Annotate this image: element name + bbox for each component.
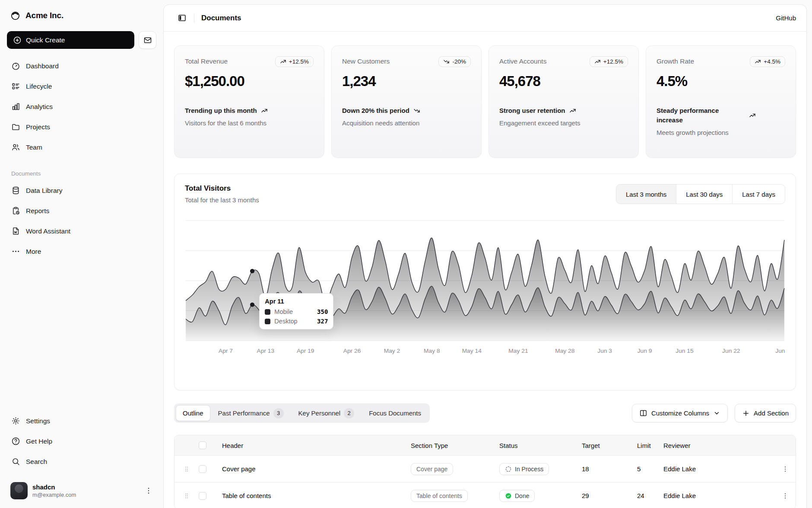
sidebar-item-label: Word Assistant	[26, 227, 70, 235]
section-type-badge: Cover page	[411, 463, 453, 475]
row-reviewer[interactable]: Eddie Lake	[663, 492, 775, 499]
tab-past-performance[interactable]: Past Performance3	[211, 405, 291, 421]
sidebar-item-projects[interactable]: Projects	[7, 117, 156, 137]
trending-up-icon	[261, 107, 268, 114]
stat-foot-text: Trending up this month	[185, 106, 257, 115]
row-header[interactable]: Cover page	[216, 465, 411, 473]
sidebar-item-search[interactable]: Search	[7, 451, 156, 472]
row-checkbox[interactable]	[199, 492, 206, 500]
stat-value: $1,250.00	[185, 73, 314, 89]
svg-text:Apr 19: Apr 19	[297, 348, 314, 354]
user-meta: shadcn m@example.com	[32, 483, 76, 498]
row-menu-button[interactable]	[777, 461, 793, 477]
drag-handle[interactable]	[174, 492, 199, 500]
trending-up-icon	[280, 58, 286, 65]
sidebar-item-reports[interactable]: Reports	[7, 201, 156, 221]
sidebar-item-label: Lifecycle	[26, 83, 52, 90]
row-limit[interactable]: 5	[637, 465, 663, 473]
ellipsis-vertical-icon[interactable]	[144, 486, 153, 495]
table-row: Cover page Cover page In Process 18 5 Ed…	[174, 455, 796, 482]
quick-create-button[interactable]: Quick Create	[7, 31, 134, 49]
sidebar-item-get-help[interactable]: Get Help	[7, 431, 156, 451]
sidebar-item-settings[interactable]: Settings	[7, 411, 156, 431]
row-reviewer[interactable]: Eddie Lake	[663, 465, 775, 473]
avatar	[10, 482, 28, 499]
sidebar-item-label: Dashboard	[26, 62, 59, 70]
secondary-nav: Settings Get Help Search	[7, 411, 156, 472]
range-last-30-days[interactable]: Last 30 days	[676, 185, 732, 204]
stat-label: Total Revenue	[185, 56, 228, 65]
mail-icon	[143, 36, 152, 45]
sidebar-item-data-library[interactable]: Data Library	[7, 180, 156, 201]
sidebar-item-label: Team	[26, 144, 42, 151]
section-type-badge: Table of contents	[411, 490, 468, 502]
divider	[194, 13, 194, 23]
sidebar-item-lifecycle[interactable]: Lifecycle	[7, 76, 156, 96]
tab-outline[interactable]: Outline	[176, 405, 210, 421]
row-limit[interactable]: 24	[637, 492, 663, 499]
user-name: shadcn	[32, 483, 76, 491]
sidebar-item-word-assistant[interactable]: Word Assistant	[7, 221, 156, 241]
sidebar-item-label: Analytics	[26, 103, 53, 111]
grip-vertical-icon	[183, 465, 190, 473]
svg-text:May 21: May 21	[508, 348, 528, 354]
plus-icon	[742, 409, 750, 417]
file-word-icon	[11, 227, 20, 236]
tab-focus-documents[interactable]: Focus Documents	[362, 405, 428, 421]
svg-text:May 28: May 28	[555, 348, 574, 354]
topbar: Documents GitHub	[164, 5, 806, 32]
trending-down-icon	[443, 58, 450, 65]
sidebar-item-label: More	[26, 248, 41, 256]
svg-text:Jun 30: Jun 30	[775, 348, 785, 354]
svg-text:Apr 13: Apr 13	[257, 348, 275, 354]
badge-value: +12.5%	[603, 58, 623, 65]
add-section-button[interactable]: Add Section	[735, 404, 796, 422]
sidebar-item-team[interactable]: Team	[7, 137, 156, 157]
chart-bar-icon	[11, 102, 20, 111]
ellipsis-vertical-icon	[781, 492, 789, 500]
content: Total Revenue +12.5% $1,250.00 Trending …	[164, 32, 806, 508]
mobile-swatch	[265, 309, 270, 315]
inbox-button[interactable]	[139, 31, 156, 49]
github-link[interactable]: GitHub	[776, 14, 796, 22]
table-header-row: Header Section Type Status Target Limit …	[174, 435, 796, 455]
row-header[interactable]: Table of contents	[216, 492, 411, 499]
area-chart-svg[interactable]: Apr 7Apr 13Apr 19Apr 26May 2May 8May 14M…	[185, 220, 785, 356]
sidebar-item-dashboard[interactable]: Dashboard	[7, 56, 156, 76]
row-target[interactable]: 29	[582, 492, 637, 499]
range-last-3-months[interactable]: Last 3 months	[616, 185, 676, 204]
stat-label: Growth Rate	[657, 56, 694, 65]
stat-card-growth-rate: Growth Rate +4.5% 4.5% Steady performanc…	[646, 45, 796, 158]
report-icon	[11, 206, 20, 215]
customize-columns-button[interactable]: Customize Columns	[632, 404, 728, 422]
sidebar-item-analytics[interactable]: Analytics	[7, 96, 156, 117]
drag-handle[interactable]	[174, 465, 199, 473]
range-last-7-days[interactable]: Last 7 days	[732, 185, 785, 204]
tab-key-personnel[interactable]: Key Personnel2	[292, 405, 362, 421]
brand-name: Acme Inc.	[25, 11, 63, 20]
sidebar-toggle-button[interactable]	[174, 10, 190, 26]
stat-foot-sub: Visitors for the last 6 months	[185, 119, 314, 127]
sidebar-item-more[interactable]: More	[7, 241, 156, 262]
main-panel: Documents GitHub Total Revenue +12.5% $1…	[163, 4, 807, 508]
stat-value: 45,678	[499, 73, 628, 89]
area-chart[interactable]: Apr 7Apr 13Apr 19Apr 26May 2May 8May 14M…	[185, 220, 785, 356]
tab-label: Key Personnel	[298, 409, 341, 417]
col-limit: Limit	[637, 442, 663, 449]
documents-section-label: Documents	[7, 170, 156, 177]
svg-text:May 8: May 8	[424, 348, 440, 354]
select-all-checkbox[interactable]	[199, 441, 206, 449]
brand[interactable]: Acme Inc.	[7, 6, 156, 25]
page-title: Documents	[201, 14, 241, 22]
chart-subtitle: Total for the last 3 months	[185, 196, 259, 204]
row-target[interactable]: 18	[582, 465, 637, 473]
user-menu[interactable]: shadcn m@example.com	[7, 478, 156, 504]
trending-up-icon	[755, 58, 761, 65]
sidebar-spacer	[7, 262, 156, 411]
help-icon	[11, 437, 20, 446]
sidebar-item-label: Reports	[26, 207, 49, 215]
status-label: Done	[515, 492, 529, 499]
trend-badge: +12.5%	[275, 56, 314, 67]
row-menu-button[interactable]	[777, 488, 793, 504]
row-checkbox[interactable]	[199, 465, 206, 473]
